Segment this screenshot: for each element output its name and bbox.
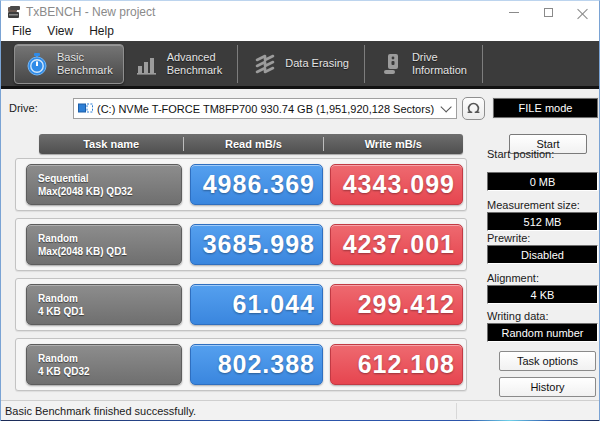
task-line2: 4 KB QD32: [38, 365, 181, 378]
tab-advanced-benchmark[interactable]: Advanced Benchmark: [124, 44, 234, 84]
close-icon: [577, 7, 588, 18]
table-row: Random 4 KB QD1 61.044 299.412: [15, 278, 467, 331]
table-row: Random Max(2048 KB) QD1 3685.998 4237.00…: [15, 218, 467, 271]
table-row: Random 4 KB QD32 802.388 612.108: [15, 338, 467, 391]
status-bar: Basic Benchmark finished successfully.: [1, 400, 599, 420]
maximize-button[interactable]: [531, 1, 565, 23]
results-table-header: Task name Read mB/s Write mB/s: [39, 134, 463, 154]
tab-label-line2: Benchmark: [57, 64, 113, 77]
task-line1: Random: [38, 292, 181, 305]
drive-select-value: (C:) NVMe T-FORCE TM8FP700 930.74 GB (1,…: [97, 103, 440, 115]
settings-sidebar: Start Start position: 0 MB Measurement s…: [487, 89, 598, 400]
menu-view[interactable]: View: [39, 23, 81, 41]
column-header-write: Write mB/s: [324, 138, 463, 150]
tab-basic-benchmark[interactable]: Basic Benchmark: [14, 44, 124, 84]
toolbar-separator: [482, 45, 483, 83]
title-bar: TxBENCH - New project: [1, 1, 599, 23]
maximize-icon: [544, 8, 553, 17]
app-logo-icon: [7, 6, 21, 19]
eraser-icon: [253, 52, 277, 76]
tab-label-line1: Basic: [57, 51, 113, 64]
writing-data-value[interactable]: Random number: [487, 323, 598, 342]
drive-select[interactable]: (C:) NVMe T-FORCE TM8FP700 930.74 GB (1,…: [73, 98, 457, 119]
write-speed-value: 299.412: [330, 284, 463, 325]
toolbar-separator: [237, 45, 238, 83]
prewrite-label: Prewrite:: [487, 232, 530, 244]
tab-data-erasing[interactable]: Data Erasing: [242, 44, 360, 84]
history-button[interactable]: History: [499, 377, 596, 397]
minimize-button[interactable]: [497, 1, 531, 23]
task-name-badge: Random 4 KB QD1: [26, 284, 182, 325]
app-window: TxBENCH - New project File View Help Bas…: [0, 0, 600, 421]
column-header-read: Read mB/s: [184, 138, 322, 150]
read-speed-value: 4986.369: [190, 164, 323, 205]
write-speed-value: 612.108: [330, 344, 463, 385]
write-speed-value: 4237.001: [330, 224, 463, 265]
alignment-label: Alignment:: [487, 272, 539, 284]
refresh-icon: [466, 101, 481, 116]
task-name-badge: Sequential Max(2048 KB) QD32: [26, 164, 182, 205]
task-options-button[interactable]: Task options: [499, 351, 596, 371]
read-speed-value: 3685.998: [190, 224, 323, 265]
writing-data-label: Writing data:: [487, 310, 549, 322]
toolbar-separator: [364, 45, 365, 83]
window-title: TxBENCH - New project: [26, 5, 497, 19]
stopwatch-icon: [25, 52, 49, 76]
bar-chart-icon: [135, 52, 159, 76]
task-line1: Random: [38, 352, 181, 365]
drive-label: Drive:: [9, 102, 38, 114]
table-row: Sequential Max(2048 KB) QD32 4986.369 43…: [15, 158, 467, 211]
prewrite-value[interactable]: Disabled: [487, 245, 598, 264]
start-position-label: Start position:: [487, 148, 554, 160]
tab-label-line2: Information: [412, 64, 467, 77]
tab-label-line1: Data Erasing: [285, 57, 349, 70]
start-position-value[interactable]: 0 MB: [487, 172, 598, 191]
task-line2: Max(2048 KB) QD32: [38, 185, 181, 198]
status-separator: [456, 403, 457, 419]
toolbar: Basic Benchmark Advanced Benchmark: [1, 41, 599, 89]
task-name-badge: Random 4 KB QD32: [26, 344, 182, 385]
results-table: Sequential Max(2048 KB) QD32 4986.369 43…: [15, 158, 467, 398]
drive-tower-icon: [380, 52, 404, 76]
tab-label-line2: Benchmark: [167, 64, 223, 77]
write-speed-value: 4343.099: [330, 164, 463, 205]
minimize-icon: [509, 12, 519, 13]
task-name-badge: Random Max(2048 KB) QD1: [26, 224, 182, 265]
read-speed-value: 61.044: [190, 284, 323, 325]
chevron-down-icon: [440, 101, 451, 112]
measurement-size-label: Measurement size:: [487, 199, 580, 211]
read-speed-value: 802.388: [190, 344, 323, 385]
main-content: Drive: (C:) NVMe T-FORCE TM8FP700 930.74…: [1, 89, 599, 400]
tab-label-line1: Advanced: [167, 51, 223, 64]
disk-partition-icon: [78, 102, 93, 115]
tab-drive-information[interactable]: Drive Information: [369, 44, 478, 84]
task-line1: Random: [38, 232, 181, 245]
tab-label-line1: Drive: [412, 51, 467, 64]
task-line1: Sequential: [38, 172, 181, 185]
status-message: Basic Benchmark finished successfully.: [1, 405, 196, 417]
close-button[interactable]: [565, 1, 599, 23]
column-header-task: Task name: [39, 138, 183, 150]
menu-help[interactable]: Help: [81, 23, 122, 41]
menu-file[interactable]: File: [4, 23, 39, 41]
measurement-size-value[interactable]: 512 MB: [487, 212, 598, 231]
task-line2: 4 KB QD1: [38, 305, 181, 318]
alignment-value[interactable]: 4 KB: [487, 285, 598, 304]
refresh-drives-button[interactable]: [462, 97, 485, 120]
menu-bar: File View Help: [1, 23, 599, 41]
task-line2: Max(2048 KB) QD1: [38, 245, 181, 258]
